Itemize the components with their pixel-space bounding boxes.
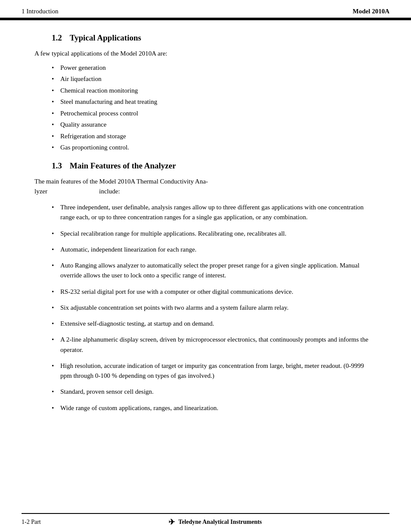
page: 1 Introduction Model 2010A 1.2Typical Ap… bbox=[0, 0, 411, 532]
section-13-title: Main Features of the Analyzer bbox=[70, 161, 176, 170]
list-item: Automatic, independent linearization for… bbox=[52, 245, 377, 255]
section-12-number: 1.2 bbox=[52, 33, 62, 42]
footer-page-ref: 1-2 Part bbox=[22, 519, 41, 526]
section-13-intro: The main features of the Model 2010A The… bbox=[34, 177, 377, 197]
list-item: High resolution, accurate indication of … bbox=[52, 361, 377, 381]
list-item: A 2-line alphanumeric display screen, dr… bbox=[52, 335, 377, 355]
section-12-bullets: Power generation Air liquefaction Chemic… bbox=[52, 63, 377, 152]
page-content: 1.2Typical Applications A few typical ap… bbox=[0, 20, 411, 513]
footer-company: ✈ Teledyne Analytical Instruments bbox=[168, 517, 262, 527]
section-13-intro-line1: The main features of the Model 2010A The… bbox=[34, 177, 377, 187]
list-item: Six adjustable concentration set points … bbox=[52, 303, 377, 313]
section-12: 1.2Typical Applications A few typical ap… bbox=[34, 33, 377, 152]
list-item: Special recalibration range for multiple… bbox=[52, 229, 377, 239]
list-item: Refrigeration and storage bbox=[52, 131, 377, 141]
section-12-title: Typical Applications bbox=[70, 33, 141, 42]
list-item: Three independent, user definable, analy… bbox=[52, 202, 377, 223]
section-13-number: 1.3 bbox=[52, 161, 62, 170]
header-model: Model 2010A bbox=[353, 8, 389, 15]
list-item: RS-232 serial digital port for use with … bbox=[52, 287, 377, 297]
header-chapter-title: 1 Introduction bbox=[22, 8, 58, 15]
section-13-intro-text1: The main features of the Model 2010A The… bbox=[34, 178, 208, 185]
feature-list: Three independent, user definable, analy… bbox=[52, 202, 377, 413]
section-13-intro-text2: lyzer bbox=[34, 187, 47, 196]
section-13: 1.3Main Features of the Analyzer The mai… bbox=[34, 161, 377, 413]
teledyne-logo-icon: ✈ bbox=[168, 517, 175, 527]
list-item: Extensive self-diagnostic testing, at st… bbox=[52, 319, 377, 329]
list-item: Power generation bbox=[52, 63, 377, 73]
section-13-heading: 1.3Main Features of the Analyzer bbox=[52, 161, 377, 171]
page-footer: 1-2 Part ✈ Teledyne Analytical Instrumen… bbox=[0, 514, 411, 532]
section-13-intro-text3: include: bbox=[99, 187, 120, 196]
list-item: Standard, proven sensor cell design. bbox=[52, 387, 377, 397]
section-12-intro: A few typical applications of the Model … bbox=[34, 49, 377, 59]
list-item: Gas proportioning control. bbox=[52, 143, 377, 152]
page-header: 1 Introduction Model 2010A bbox=[0, 0, 411, 18]
section-13-intro-line2: lyzer include: bbox=[34, 187, 377, 196]
list-item: Petrochemical process control bbox=[52, 109, 377, 118]
list-item: Quality assurance bbox=[52, 120, 377, 130]
company-name: Teledyne Analytical Instruments bbox=[178, 519, 262, 526]
list-item: Steel manufacturing and heat treating bbox=[52, 97, 377, 107]
list-item: Wide range of custom applications, range… bbox=[52, 403, 377, 413]
section-12-heading: 1.2Typical Applications bbox=[52, 33, 377, 43]
list-item: Auto Ranging allows analyzer to automati… bbox=[52, 261, 377, 281]
list-item: Air liquefaction bbox=[52, 74, 377, 84]
list-item: Chemical reaction monitoring bbox=[52, 86, 377, 96]
